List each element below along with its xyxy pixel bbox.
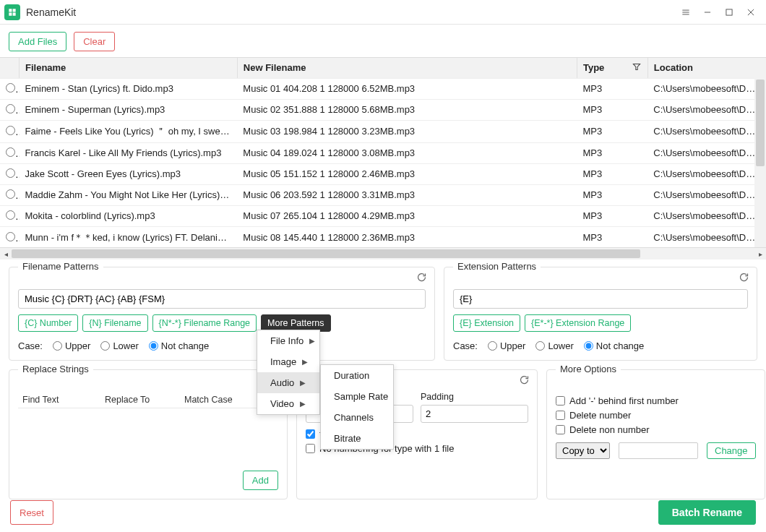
change-button[interactable]: Change xyxy=(707,442,756,459)
cell-new-filename: Music 08 145.440 1 128000 2.36MB.mp3 xyxy=(237,226,577,248)
add-replace-button[interactable]: Add xyxy=(243,471,278,490)
replace-strings-panel: Replace Strings Find Text Replace To Mat… xyxy=(9,369,288,499)
cell-type: MP3 xyxy=(577,78,647,99)
refresh-icon[interactable] xyxy=(739,272,749,285)
menu-channels[interactable]: Channels xyxy=(321,407,393,428)
copy-to-path[interactable] xyxy=(619,442,698,459)
replace-list[interactable] xyxy=(18,408,278,466)
add-files-button[interactable]: Add Files xyxy=(9,32,66,51)
titlebar: RenameKit xyxy=(0,0,766,25)
column-new-filename[interactable]: New Filename xyxy=(237,58,577,78)
row-select[interactable] xyxy=(6,83,15,93)
case-upper[interactable]: Upper xyxy=(53,340,90,351)
delete-non-number-check[interactable] xyxy=(556,425,565,434)
cell-new-filename: Music 07 265.104 1 128000 4.29MB.mp3 xyxy=(237,205,577,226)
add-dash-check[interactable] xyxy=(556,396,565,406)
cell-filename: Eminem - Stan (Lyrics) ft. Dido.mp3 xyxy=(20,78,238,99)
maximize-button[interactable] xyxy=(718,1,740,23)
table-row[interactable]: Eminem - Superman (Lyrics).mp3Music 02 3… xyxy=(0,99,766,120)
cell-filename: Jake Scott - Green Eyes (Lyrics).mp3 xyxy=(20,163,238,184)
table-row[interactable]: Eminem - Stan (Lyrics) ft. Dido.mp3Music… xyxy=(0,78,766,99)
extension-pattern-input[interactable] xyxy=(453,289,748,309)
case-label: Case: xyxy=(453,340,478,351)
row-select[interactable] xyxy=(6,210,15,220)
case-upper[interactable]: Upper xyxy=(488,340,525,351)
cell-location: C:\Users\mobeesoft\Desktop\ xyxy=(647,184,765,205)
clear-button[interactable]: Clear xyxy=(74,32,115,51)
minimize-button[interactable] xyxy=(697,1,718,23)
chip-filename[interactable]: {N} Filename xyxy=(82,314,147,332)
filename-pattern-input[interactable] xyxy=(18,289,426,309)
cell-filename: Mokita - colorblind (Lyrics).mp3 xyxy=(20,205,238,226)
filename-patterns-panel: Filename Patterns {C} Number {N} Filenam… xyxy=(9,267,435,361)
menu-sample-rate[interactable]: Sample Rate xyxy=(321,386,393,407)
table-row[interactable]: Faime - Feels Like You (Lyrics) ＂ oh my,… xyxy=(0,120,766,142)
vertical-scrollbar[interactable] xyxy=(754,58,766,247)
app-icon xyxy=(4,4,20,20)
cell-type: MP3 xyxy=(577,163,647,184)
table-row[interactable]: Jake Scott - Green Eyes (Lyrics).mp3Musi… xyxy=(0,163,766,184)
refresh-icon[interactable] xyxy=(416,272,427,285)
panel-title: More Options xyxy=(556,364,621,374)
column-filename[interactable]: Filename xyxy=(20,58,238,78)
menu-file-info[interactable]: File Info▶ xyxy=(257,330,319,351)
cell-new-filename: Music 04 189.024 1 128000 3.08MB.mp3 xyxy=(237,142,577,163)
row-select[interactable] xyxy=(6,147,15,157)
row-select[interactable] xyxy=(6,189,15,199)
case-lower[interactable]: Lower xyxy=(100,340,138,351)
menu-audio[interactable]: Audio▶ xyxy=(257,372,319,393)
app-title: RenameKit xyxy=(26,7,76,18)
horizontal-scrollbar[interactable]: ◂ ▸ xyxy=(0,248,766,259)
file-table: Filename New Filename Type Location Emin… xyxy=(0,57,766,248)
row-select[interactable] xyxy=(6,168,15,178)
column-type[interactable]: Type xyxy=(577,58,647,78)
column-location[interactable]: Location xyxy=(647,58,765,78)
menu-bitrate[interactable]: Bitrate xyxy=(321,428,393,449)
cell-type: MP3 xyxy=(577,184,647,205)
copy-to-select[interactable]: Copy to xyxy=(556,442,610,459)
cell-filename: Francis Karel - Like All My Friends (Lyr… xyxy=(20,142,238,163)
panel-title: Extension Patterns xyxy=(453,261,541,272)
cell-type: MP3 xyxy=(577,142,647,163)
cell-new-filename: Music 06 203.592 1 128000 3.31MB.mp3 xyxy=(237,184,577,205)
cell-location: C:\Users\mobeesoft\Desktop\ xyxy=(647,205,765,226)
batch-rename-button[interactable]: Batch Rename xyxy=(658,500,756,525)
numbering-type-check[interactable] xyxy=(306,429,315,439)
chip-filename-range[interactable]: {N*-*} Filename Range xyxy=(152,314,257,332)
cell-location: C:\Users\mobeesoft\Desktop\ xyxy=(647,163,765,184)
menu-image[interactable]: Image▶ xyxy=(257,351,319,372)
table-row[interactable]: Mokita - colorblind (Lyrics).mp3Music 07… xyxy=(0,205,766,226)
cell-new-filename: Music 01 404.208 1 128000 6.52MB.mp3 xyxy=(237,78,577,99)
case-not-change[interactable]: Not change xyxy=(584,340,645,351)
numbering-onefile-check[interactable] xyxy=(306,444,315,453)
menu-duration[interactable]: Duration xyxy=(321,365,393,386)
table-row[interactable]: Francis Karel - Like All My Friends (Lyr… xyxy=(0,142,766,163)
replace-matchcase-header: Match Case xyxy=(184,395,233,405)
panel-title: Filename Patterns xyxy=(18,261,103,272)
row-select[interactable] xyxy=(6,232,15,241)
close-button[interactable] xyxy=(740,1,762,23)
reset-button[interactable]: Reset xyxy=(10,500,53,525)
padding-input[interactable] xyxy=(421,405,528,423)
cell-location: C:\Users\mobeesoft\Desktop\ xyxy=(647,99,765,120)
menu-video[interactable]: Video▶ xyxy=(257,393,319,414)
chip-extension-range[interactable]: {E*-*} Extension Range xyxy=(525,314,631,332)
row-select[interactable] xyxy=(6,126,15,135)
case-not-change[interactable]: Not change xyxy=(149,340,210,351)
chip-extension[interactable]: {E} Extension xyxy=(453,314,520,332)
replace-to-header: Replace To xyxy=(105,395,184,405)
refresh-icon[interactable] xyxy=(519,374,530,387)
extension-patterns-panel: Extension Patterns {E} Extension {E*-*} … xyxy=(444,267,757,361)
delete-number-check[interactable] xyxy=(556,411,565,420)
cell-type: MP3 xyxy=(577,226,647,248)
case-lower[interactable]: Lower xyxy=(535,340,573,351)
case-label: Case: xyxy=(18,340,43,351)
filter-icon[interactable] xyxy=(632,61,642,74)
table-row[interactable]: Maddie Zahm - You Might Not Like Her (Ly… xyxy=(0,184,766,205)
row-select[interactable] xyxy=(6,104,15,113)
hamburger-icon[interactable] xyxy=(675,1,697,23)
table-header-row: Filename New Filename Type Location xyxy=(0,58,766,78)
table-row[interactable]: Munn - i'm f＊＊ked, i know (Lyrics) FT. D… xyxy=(0,226,766,248)
cell-type: MP3 xyxy=(577,205,647,226)
chip-number[interactable]: {C} Number xyxy=(18,314,78,332)
